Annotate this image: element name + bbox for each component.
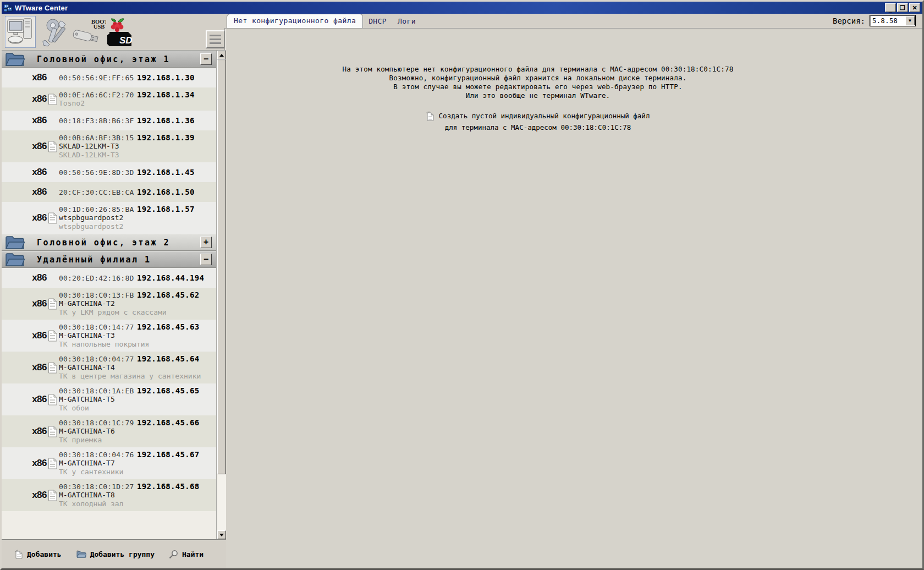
sd-card-button[interactable]: SD — [107, 17, 136, 48]
terminal-ip: 192.168.45.64 — [137, 354, 199, 363]
terminal-name: M-GATCHINA-T6 — [59, 427, 216, 436]
version-select[interactable]: 5.8.58 ▼ — [870, 15, 916, 26]
config-file-icon — [47, 141, 59, 152]
terminal-name: SKLAD-12LKM-T3 — [59, 142, 216, 151]
terminal-name: M-GATCHINA-T4 — [59, 363, 216, 372]
terminal-row[interactable]: x8600:30:18:C0:13:FB192.168.45.62M-GATCH… — [2, 288, 216, 320]
terminal-row[interactable]: x8600:30:18:C0:04:77192.168.45.64M-GATCH… — [2, 352, 216, 383]
group-header[interactable]: Головной офис, этаж 1− — [2, 51, 216, 68]
group-title: Удалённый филиал 1 — [37, 255, 151, 265]
terminal-row[interactable]: x8600:30:18:C0:1C:79192.168.45.66M-GATCH… — [2, 415, 216, 447]
titlebar: WTware Center _ ❐ ✕ — [2, 2, 922, 14]
terminal-row[interactable]: x8600:18:F3:8B:B6:3F192.168.1.36 — [2, 111, 216, 130]
terminal-description: ТК напольные покрытия — [59, 340, 216, 349]
create-config-line1: Создать пустой индивидуальный конфигурац… — [439, 112, 650, 120]
terminal-name: M-GATCHINA-T8 — [59, 491, 216, 500]
terminal-arch: x86 — [2, 458, 47, 469]
terminal-arch: x86 — [2, 167, 47, 178]
terminal-arch: x86 — [2, 298, 47, 309]
window-title: WTware Center — [15, 4, 68, 12]
group-header[interactable]: Удалённый филиал 1− — [2, 251, 216, 268]
tabs-container: Нет конфигурационного файлаDHCPЛоги — [224, 14, 421, 28]
terminal-row[interactable]: x8600:50:56:9E:8D:3D192.168.1.45 — [2, 162, 216, 182]
svg-text:SD: SD — [119, 35, 133, 46]
collapse-group-button[interactable]: − — [200, 53, 212, 65]
group-title: Головной офис, этаж 1 — [37, 54, 170, 64]
find-button[interactable]: Найти — [169, 550, 204, 559]
tab-strip: Нет конфигурационного файлаDHCPЛоги Верс… — [224, 14, 922, 28]
collapse-group-button[interactable]: − — [200, 254, 212, 265]
terminal-description: wtspbguardpost2 — [59, 222, 216, 231]
arrow-up-icon — [219, 54, 224, 57]
sidebar-footer: Добавить Добавить группу Найти — [2, 539, 226, 568]
settings-tools-button[interactable] — [39, 17, 70, 48]
search-icon — [169, 550, 178, 559]
config-file-icon — [47, 298, 59, 310]
terminal-row[interactable]: x8600:1D:60:26:85:BA192.168.1.57wtspbgua… — [2, 202, 216, 234]
scroll-up-button[interactable] — [217, 51, 226, 59]
terminal-list: Головной офис, этаж 1−x8600:50:56:9E:FF:… — [2, 50, 216, 539]
terminal-row[interactable]: x8600:30:18:C0:1D:27192.168.45.68M-GATCH… — [2, 479, 216, 511]
menu-button[interactable] — [206, 30, 225, 48]
terminal-name: wtspbguardpost2 — [59, 213, 216, 222]
terminal-arch: x86 — [2, 362, 47, 373]
tab-no-config-file[interactable]: Нет конфигурационного файла — [227, 14, 363, 28]
tab-логи[interactable]: Логи — [392, 15, 421, 28]
scrollbar-thumb[interactable] — [217, 59, 226, 474]
config-file-icon — [47, 490, 59, 501]
terminal-description: ТК обои — [59, 404, 216, 413]
terminal-name: M-GATCHINA-T7 — [59, 459, 216, 468]
terminal-mac: 00:30:18:C0:04:76 — [59, 451, 137, 459]
boot-usb-button[interactable]: BOOT USB — [72, 16, 106, 48]
terminals-view-button[interactable] — [5, 16, 36, 48]
minimize-button[interactable]: _ — [885, 3, 896, 12]
terminal-mac: 00:0E:A6:6C:F2:70 — [59, 91, 137, 99]
config-file-icon — [47, 394, 59, 405]
terminal-row[interactable]: x8600:30:18:C0:14:77192.168.45.63M-GATCH… — [2, 320, 216, 352]
new-file-icon — [15, 550, 23, 559]
terminal-description: SKLAD-12LKM-T3 — [59, 151, 216, 160]
folder-icon — [5, 235, 25, 250]
terminal-row[interactable]: x8600:50:56:9E:FF:65192.168.1.30 — [2, 68, 216, 87]
group-header[interactable]: Головной офис, этаж 2+ — [2, 234, 216, 251]
terminal-description: ТК холодный зал — [59, 500, 216, 508]
terminal-ip: 192.168.1.45 — [137, 168, 195, 177]
terminal-row[interactable]: x8620:CF:30:CC:EB:CA192.168.1.50 — [2, 182, 216, 202]
terminal-arch: x86 — [2, 426, 47, 437]
terminal-mac: 20:CF:30:CC:EB:CA — [59, 188, 137, 196]
version-value: 5.8.58 — [870, 17, 905, 25]
chevron-down-icon[interactable]: ▼ — [905, 16, 915, 25]
tab-dhcp[interactable]: DHCP — [363, 15, 392, 28]
terminal-arch: x86 — [2, 94, 47, 105]
terminal-mac: 00:20:ED:42:16:8D — [59, 274, 137, 282]
terminal-mac: 00:50:56:9E:8D:3D — [59, 168, 137, 177]
main-panel: На этом компьютере нет конфигурационного… — [224, 28, 922, 568]
terminal-ip: 192.168.1.57 — [137, 205, 195, 213]
terminal-row[interactable]: x8600:20:ED:42:16:8D192.168.44.194 — [2, 268, 216, 288]
sidebar-scrollbar — [216, 50, 226, 539]
arrow-down-icon — [219, 534, 224, 536]
terminal-ip: 192.168.1.39 — [137, 133, 195, 142]
scroll-down-button[interactable] — [217, 530, 226, 539]
expand-group-button[interactable]: + — [200, 237, 212, 248]
close-button[interactable]: ✕ — [909, 3, 920, 12]
terminal-name: M-GATCHINA-T5 — [59, 395, 216, 404]
app-icon — [4, 3, 13, 12]
terminal-row[interactable]: x8600:30:18:C0:1A:EB192.168.45.65M-GATCH… — [2, 383, 216, 415]
terminal-description: ТК у LKM рядом с скассами — [59, 308, 216, 317]
create-config-line2: для терминала с MAC-адресом 00:30:18:C0:… — [225, 123, 851, 132]
create-config-link[interactable]: Создать пустой индивидуальный конфигурац… — [225, 111, 922, 132]
config-file-icon — [47, 330, 59, 342]
terminal-row[interactable]: x8600:30:18:C0:04:76192.168.45.67M-GATCH… — [2, 447, 216, 479]
terminal-row[interactable]: x8600:0B:6A:BF:3B:15192.168.1.39SKLAD-12… — [2, 130, 216, 162]
boot-usb-icon: BOOT USB — [72, 17, 106, 47]
folder-icon — [5, 52, 25, 67]
maximize-button[interactable]: ❐ — [897, 3, 908, 12]
terminal-arch: x86 — [2, 394, 47, 405]
version-box: Версия: 5.8.58 ▼ — [833, 15, 916, 26]
add-group-button[interactable]: Добавить группу — [76, 550, 155, 558]
terminal-row[interactable]: x8600:0E:A6:6C:F2:70192.168.1.34Tosno2 — [2, 87, 216, 111]
terminal-arch: x86 — [2, 330, 47, 341]
add-terminal-button[interactable]: Добавить — [15, 550, 62, 559]
terminal-ip: 192.168.1.36 — [137, 116, 195, 125]
